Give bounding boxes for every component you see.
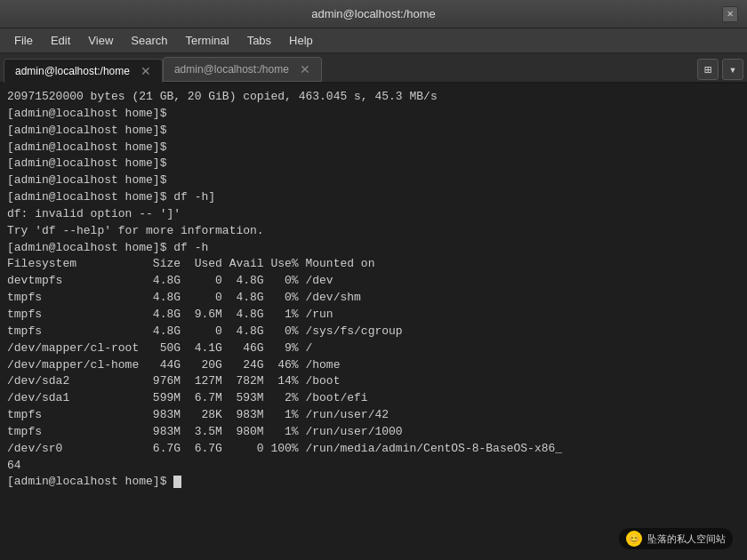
- terminal-line: [admin@localhost home]$: [7, 173, 173, 187]
- tab-1-label: admin@localhost:/home: [15, 65, 130, 77]
- menu-view[interactable]: View: [81, 31, 120, 50]
- menu-help[interactable]: Help: [282, 31, 320, 50]
- menu-edit[interactable]: Edit: [44, 31, 77, 50]
- terminal-line: [admin@localhost home]$: [7, 156, 173, 170]
- close-button[interactable]: ✕: [722, 6, 738, 22]
- terminal-line: Filesystem Size Used Avail Use% Mounted …: [7, 257, 374, 270]
- menu-file[interactable]: File: [7, 31, 40, 50]
- window-title: admin@localhost:/home: [311, 7, 436, 20]
- tab-2[interactable]: admin@localhost:/home ✕: [163, 57, 322, 82]
- terminal-line: 64: [7, 459, 21, 472]
- terminal-line: tmpfs 4.8G 0 4.8G 0% /dev/shm: [7, 291, 361, 304]
- terminal-line: devtmpfs 4.8G 0 4.8G 0% /dev: [7, 274, 333, 287]
- terminal-line: tmpfs 4.8G 0 4.8G 0% /sys/fs/cgroup: [7, 324, 403, 338]
- terminal-line: 20971520000 bytes (21 GB, 20 GiB) copied…: [7, 90, 438, 103]
- terminal-line: /dev/mapper/cl-root 50G 4.1G 46G 9% /: [7, 341, 312, 355]
- watermark: 😊 坠落的私人空间站: [619, 528, 733, 549]
- title-bar: admin@localhost:/home ✕: [0, 0, 747, 28]
- terminal-line: df: invalid option -- ']': [7, 207, 181, 220]
- terminal-line: [admin@localhost home]$ df -h: [7, 241, 208, 254]
- menu-terminal[interactable]: Terminal: [179, 31, 237, 50]
- tab-bar: admin@localhost:/home ✕ admin@localhost:…: [0, 53, 747, 84]
- terminal-wrapper: 20971520000 bytes (21 GB, 20 GiB) copied…: [0, 84, 747, 560]
- terminal[interactable]: 20971520000 bytes (21 GB, 20 GiB) copied…: [0, 84, 747, 560]
- terminal-line: /dev/sda2 976M 127M 782M 14% /boot: [7, 374, 340, 388]
- tab-2-label: admin@localhost:/home: [174, 63, 289, 76]
- new-tab-button[interactable]: ⊞: [697, 59, 719, 80]
- tab-2-close[interactable]: ✕: [300, 62, 310, 76]
- terminal-line: /dev/sr0 6.7G 6.7G 0 100% /run/media/adm…: [7, 442, 562, 455]
- terminal-line: Try 'df --help' for more information.: [7, 224, 264, 237]
- tab-menu-button[interactable]: ▾: [722, 59, 743, 80]
- terminal-line: [admin@localhost home]$ df -h]: [7, 190, 215, 204]
- terminal-cursor: [173, 476, 181, 488]
- tab-bar-actions: ⊞ ▾: [697, 59, 743, 80]
- menu-bar: File Edit View Search Terminal Tabs Help: [0, 28, 747, 53]
- terminal-line: [admin@localhost home]$: [7, 140, 173, 154]
- watermark-icon: 😊: [626, 531, 642, 547]
- terminal-line: /dev/mapper/cl-home 44G 20G 24G 46% /hom…: [7, 358, 340, 372]
- watermark-text: 坠落的私人空间站: [647, 532, 726, 546]
- menu-search[interactable]: Search: [124, 31, 174, 50]
- tab-1-close[interactable]: ✕: [141, 64, 151, 78]
- terminal-line: [admin@localhost home]$: [7, 475, 173, 488]
- terminal-line: [admin@localhost home]$: [7, 124, 173, 137]
- terminal-line: /dev/sda1 599M 6.7M 593M 2% /boot/efi: [7, 391, 368, 404]
- terminal-line: tmpfs 983M 3.5M 980M 1% /run/user/1000: [7, 425, 403, 438]
- terminal-line: tmpfs 983M 28K 983M 1% /run/user/42: [7, 408, 389, 421]
- terminal-line: [admin@localhost home]$: [7, 107, 173, 120]
- tab-1[interactable]: admin@localhost:/home ✕: [4, 59, 163, 84]
- terminal-line: tmpfs 4.8G 9.6M 4.8G 1% /run: [7, 308, 333, 321]
- menu-tabs[interactable]: Tabs: [240, 31, 278, 50]
